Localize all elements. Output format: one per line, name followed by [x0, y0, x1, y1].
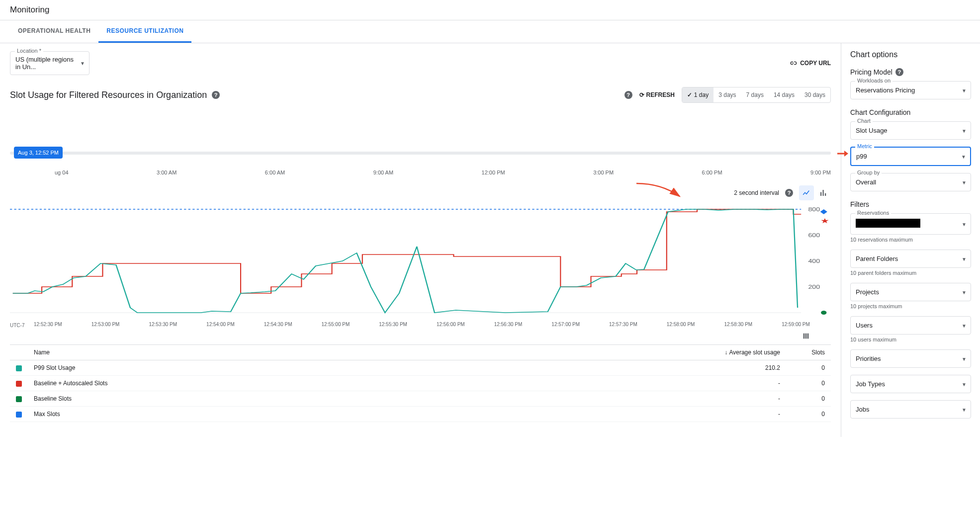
range-7days[interactable]: 7 days: [741, 87, 769, 102]
job-types-select[interactable]: Job Types▼: [850, 375, 971, 393]
svg-rect-0: [820, 192, 821, 196]
pricing-model-title: Pricing Model: [850, 68, 892, 76]
help-icon[interactable]: ?: [785, 189, 793, 197]
reservations-label: Reservations: [855, 210, 891, 216]
copy-url-label: COPY URL: [800, 60, 831, 67]
redacted-value: [856, 219, 920, 228]
slider-handle[interactable]: Aug 3, 12:52 PM: [14, 147, 63, 159]
bar-chart-button[interactable]: [816, 185, 831, 200]
chart-select[interactable]: Slot Usage▼: [850, 121, 971, 140]
tab-operational-health[interactable]: OPERATIONAL HEALTH: [10, 20, 98, 43]
chevron-down-icon: ▼: [962, 87, 967, 93]
chevron-down-icon: ▼: [962, 407, 967, 412]
svg-text:800: 800: [808, 207, 820, 212]
col-name[interactable]: Name: [28, 345, 452, 360]
color-swatch: [16, 381, 22, 387]
svg-rect-2: [825, 193, 826, 196]
range-3days[interactable]: 3 days: [713, 87, 741, 102]
svg-text:400: 400: [808, 258, 820, 264]
reservations-hint: 10 reservations maximum: [850, 237, 971, 243]
jobs-select[interactable]: Jobs▼: [850, 400, 971, 419]
workloads-label: Workloads on: [855, 78, 892, 84]
chevron-down-icon: ▼: [962, 289, 967, 295]
workloads-select[interactable]: Reservations Pricing▼: [850, 81, 971, 99]
range-30days[interactable]: 30 days: [800, 87, 830, 102]
chevron-down-icon: ▼: [962, 128, 967, 133]
col-avg[interactable]: ↓ Average slot usage: [452, 345, 786, 360]
chevron-down-icon: ▼: [962, 381, 967, 387]
chart-config-title: Chart Configuration: [850, 108, 971, 116]
projects-select[interactable]: Projects▼: [850, 283, 971, 301]
interval-label: 2 second interval: [734, 189, 779, 196]
annotation-arrow-icon: [634, 182, 684, 200]
range-1day[interactable]: ✓1 day: [682, 87, 713, 102]
legend-table: Name ↓ Average slot usage Slots P99 Slot…: [10, 344, 831, 422]
chevron-down-icon: ▼: [962, 179, 967, 185]
svg-point-10: [821, 311, 826, 315]
legend-avg: -: [452, 407, 786, 422]
location-label: Location *: [15, 48, 43, 54]
svg-rect-12: [805, 334, 807, 339]
color-swatch: [16, 412, 22, 418]
tab-resource-utilization[interactable]: RESOURCE UTILIZATION: [98, 20, 191, 43]
color-swatch: [16, 365, 22, 371]
chart-options-title: Chart options: [850, 50, 971, 59]
legend-slots: 0: [786, 407, 831, 422]
filters-title: Filters: [850, 200, 971, 208]
help-icon[interactable]: ?: [624, 91, 632, 99]
refresh-button[interactable]: ⟳ REFRESH: [639, 91, 675, 98]
metric-select[interactable]: p99▼: [850, 147, 971, 166]
line-chart-button[interactable]: [799, 185, 814, 200]
annotation-arrow-icon: [836, 149, 849, 160]
legend-name: Baseline Slots: [28, 391, 452, 407]
chevron-down-icon: ▼: [962, 323, 967, 328]
legend-slots: 0: [786, 360, 831, 376]
col-slots[interactable]: Slots: [786, 345, 831, 360]
groupby-label: Group by: [855, 170, 882, 175]
legend-avg: -: [452, 391, 786, 407]
users-select[interactable]: Users▼: [850, 316, 971, 335]
legend-name: Max Slots: [28, 407, 452, 422]
refresh-label: REFRESH: [646, 91, 675, 98]
chevron-down-icon: ▼: [962, 356, 967, 361]
timezone-label: UTC-7: [10, 323, 31, 328]
chart-heading: Slot Usage for Filtered Resources in Org…: [10, 90, 207, 100]
legend-toggle-button[interactable]: [10, 332, 810, 341]
location-value: US (multiple regions in Un...: [15, 56, 75, 71]
slot-usage-chart[interactable]: 800 600 400 200 ★: [10, 202, 831, 322]
slider-ticks: ug 043:00 AM6:00 AM9:00 AM12:00 PM3:00 P…: [10, 170, 831, 175]
chevron-down-icon: ▼: [962, 221, 967, 227]
chevron-down-icon: ▼: [961, 154, 966, 159]
svg-rect-13: [807, 334, 809, 339]
legend-avg: 210.2: [452, 360, 786, 376]
copy-url-button[interactable]: COPY URL: [789, 59, 831, 67]
reservations-select[interactable]: ▼: [850, 213, 971, 235]
location-select[interactable]: US (multiple regions in Un... ▼: [10, 51, 89, 75]
help-icon[interactable]: ?: [212, 91, 220, 99]
parent-folders-select[interactable]: Parent Folders▼: [850, 250, 971, 268]
groupby-select[interactable]: Overall▼: [850, 173, 971, 191]
chevron-down-icon: ▼: [80, 61, 85, 66]
table-row[interactable]: Baseline Slots - 0: [10, 391, 831, 407]
chart-label: Chart: [855, 118, 873, 124]
svg-text:★: ★: [820, 217, 829, 225]
time-slider[interactable]: Aug 3, 12:52 PM: [10, 143, 831, 163]
tabs: OPERATIONAL HEALTH RESOURCE UTILIZATION: [0, 20, 980, 43]
table-row[interactable]: Baseline + Autoscaled Slots - 0: [10, 376, 831, 391]
range-14days[interactable]: 14 days: [769, 87, 800, 102]
svg-text:200: 200: [808, 284, 820, 290]
chevron-down-icon: ▼: [962, 256, 967, 261]
help-icon[interactable]: ?: [895, 68, 903, 76]
svg-text:600: 600: [808, 233, 820, 238]
legend-slots: 0: [786, 376, 831, 391]
legend-name: Baseline + Autoscaled Slots: [28, 376, 452, 391]
link-icon: [789, 59, 797, 67]
legend-name: P99 Slot Usage: [28, 360, 452, 376]
table-row[interactable]: P99 Slot Usage 210.2 0: [10, 360, 831, 376]
priorities-select[interactable]: Priorities▼: [850, 349, 971, 368]
page-title: Monitoring: [0, 0, 980, 20]
x-axis-labels: 12:52:30 PM12:53:00 PM12:53:30 PM12:54:0…: [31, 322, 831, 328]
table-row[interactable]: Max Slots - 0: [10, 407, 831, 422]
color-swatch: [16, 396, 22, 402]
legend-slots: 0: [786, 391, 831, 407]
